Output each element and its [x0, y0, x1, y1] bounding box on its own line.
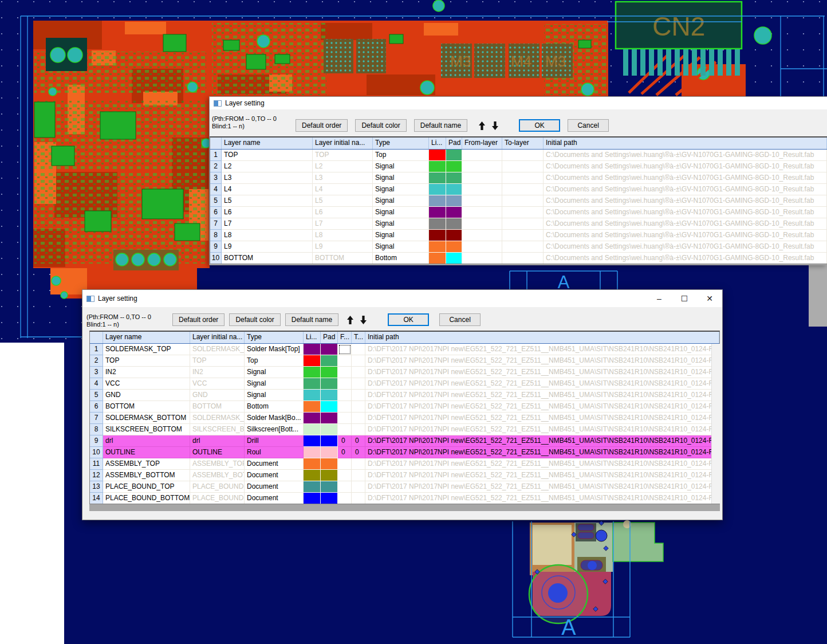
column-header-rownum[interactable]	[90, 332, 103, 343]
column-header-initial-path[interactable]: Initial path	[365, 332, 719, 343]
default-name-button[interactable]: Default name	[414, 119, 467, 132]
column-header-li-[interactable]: Li...	[304, 332, 321, 343]
to-cell[interactable]	[352, 344, 365, 355]
to-layer-cell[interactable]	[502, 207, 544, 218]
from-cell[interactable]	[338, 367, 352, 378]
from-cell[interactable]	[338, 481, 352, 493]
layer-name-cell[interactable]: BOTTOM	[222, 253, 313, 264]
default-color-button[interactable]: Default color	[355, 119, 406, 132]
from-layer-cell[interactable]	[462, 218, 502, 230]
table-row-L9[interactable]: 9L9L9SignalC:\Documents and Settings\wei…	[210, 241, 827, 253]
row-number[interactable]: 8	[210, 230, 222, 241]
row-number[interactable]: 11	[90, 458, 103, 470]
pad-color-swatch[interactable]	[446, 230, 462, 241]
initial-path-cell[interactable]: C:\Documents and Settings\wei.huang\®à-±…	[544, 207, 827, 218]
layer-initial-cell[interactable]: L5	[313, 195, 373, 207]
initial-path-cell[interactable]: D:\DFT\2017 NPI\2017NPI new\EG521_522_72…	[365, 378, 719, 390]
to-layer-cell[interactable]	[502, 161, 544, 172]
initial-path-cell[interactable]: D:\DFT\2017 NPI\2017NPI new\EG521_522_72…	[365, 344, 719, 355]
table-row-ASSEMBLY_BOTTOM[interactable]: 12ASSEMBLY_BOTTOMASSEMBLY_BOT...Document…	[90, 470, 719, 481]
pad-color-swatch[interactable]	[446, 253, 462, 264]
pad-color-swatch[interactable]	[321, 447, 338, 458]
from-cell[interactable]	[338, 355, 352, 367]
move-down-icon[interactable]	[360, 316, 367, 324]
table-row-BOTTOM[interactable]: 10BOTTOMBOTTOMBottomC:\Documents and Set…	[210, 253, 827, 264]
horizontal-scrollbar[interactable]	[210, 264, 827, 265]
type-cell[interactable]: Signal	[245, 390, 304, 401]
from-cell[interactable]	[338, 458, 352, 470]
column-header-type[interactable]: Type	[245, 332, 304, 343]
dialog-titlebar[interactable]: Layer setting	[210, 97, 827, 109]
table-row-TOP[interactable]: 1TOPTOPTopC:\Documents and Settings\wei.…	[210, 150, 827, 161]
line-color-swatch[interactable]	[429, 195, 446, 207]
pad-color-swatch[interactable]	[321, 458, 338, 470]
pad-color-swatch[interactable]	[321, 470, 338, 481]
pad-color-swatch[interactable]	[446, 207, 462, 218]
line-color-swatch[interactable]	[429, 161, 446, 172]
type-cell[interactable]: Signal	[373, 230, 429, 241]
layer-initial-cell[interactable]: SOLDERMASK_...	[190, 413, 245, 424]
from-cell[interactable]	[338, 413, 352, 424]
initial-path-cell[interactable]: C:\Documents and Settings\wei.huang\®à-±…	[544, 195, 827, 207]
initial-path-cell[interactable]: D:\DFT\2017 NPI\2017NPI new\EG521_522_72…	[365, 390, 719, 401]
layer-initial-cell[interactable]: OUTLINE	[190, 447, 245, 458]
initial-path-cell[interactable]: D:\DFT\2017 NPI\2017NPI new\EG521_522_72…	[365, 355, 719, 367]
column-header-t-[interactable]: T...	[352, 332, 365, 343]
ok-button[interactable]: OK	[388, 313, 429, 326]
to-cell[interactable]	[352, 390, 365, 401]
column-header-rownum[interactable]	[210, 138, 222, 149]
pad-color-swatch[interactable]	[446, 150, 462, 161]
column-header-f-[interactable]: F...	[338, 332, 352, 343]
to-cell[interactable]	[352, 424, 365, 435]
column-header-pad[interactable]: Pad	[321, 332, 338, 343]
layer-initial-cell[interactable]: PLACE_BOUND...	[190, 481, 245, 493]
layer-name-cell[interactable]: VCC	[103, 378, 190, 390]
layer-initial-cell[interactable]: TOP	[190, 355, 245, 367]
initial-path-cell[interactable]: C:\Documents and Settings\wei.huang\®à-±…	[544, 241, 827, 253]
layer-initial-cell[interactable]: drl	[190, 435, 245, 447]
type-cell[interactable]: Signal	[373, 218, 429, 230]
pad-color-swatch[interactable]	[321, 401, 338, 413]
row-number[interactable]: 9	[90, 435, 103, 447]
column-header-to-layer[interactable]: To-layer	[502, 138, 544, 149]
line-color-swatch[interactable]	[304, 424, 321, 435]
column-header-from-layer[interactable]: From-layer	[462, 138, 502, 149]
layer-name-cell[interactable]: SILKSCREEN_BOTTOM	[103, 424, 190, 435]
table-row-BOTTOM[interactable]: 6BOTTOMBOTTOMBottomD:\DFT\2017 NPI\2017N…	[90, 401, 719, 413]
type-cell[interactable]: Document	[245, 458, 304, 470]
layer-initial-cell[interactable]: GND	[190, 390, 245, 401]
column-header-initial-path[interactable]: Initial path	[544, 138, 827, 149]
layer-name-cell[interactable]: L8	[222, 230, 313, 241]
vertical-scrollbar[interactable]	[711, 344, 720, 504]
row-number[interactable]: 10	[90, 447, 103, 458]
row-number[interactable]: 1	[210, 150, 222, 161]
row-number[interactable]: 7	[210, 218, 222, 230]
line-color-swatch[interactable]	[429, 230, 446, 241]
to-layer-cell[interactable]	[502, 241, 544, 253]
from-layer-cell[interactable]	[462, 161, 502, 172]
column-header-type[interactable]: Type	[373, 138, 429, 149]
pad-color-swatch[interactable]	[321, 424, 338, 435]
line-color-swatch[interactable]	[304, 390, 321, 401]
layer-name-cell[interactable]: TOP	[222, 150, 313, 161]
from-cell[interactable]	[338, 493, 352, 504]
column-header-layer-initial-na-[interactable]: Layer initial na...	[190, 332, 245, 343]
to-cell[interactable]: 0	[352, 447, 365, 458]
row-number[interactable]: 6	[210, 207, 222, 218]
from-layer-cell[interactable]	[462, 241, 502, 253]
default-color-button[interactable]: Default color	[229, 313, 280, 326]
pad-color-swatch[interactable]	[446, 172, 462, 184]
row-number[interactable]: 3	[210, 172, 222, 184]
from-cell[interactable]: 0	[338, 447, 352, 458]
initial-path-cell[interactable]: D:\DFT\2017 NPI\2017NPI new\EG521_522_72…	[365, 447, 719, 458]
layer-initial-cell[interactable]: IN2	[190, 367, 245, 378]
type-cell[interactable]: Signal	[245, 378, 304, 390]
type-cell[interactable]: Solder Mask[Top]	[245, 344, 304, 355]
row-number[interactable]: 14	[90, 493, 103, 504]
from-layer-cell[interactable]	[462, 253, 502, 264]
table-row-SOLDERMASK_BOTTOM[interactable]: 7SOLDERMASK_BOTTOMSOLDERMASK_...Solder M…	[90, 413, 719, 424]
layer-name-cell[interactable]: L5	[222, 195, 313, 207]
table-row-L3[interactable]: 3L3L3SignalC:\Documents and Settings\wei…	[210, 172, 827, 184]
layer-name-cell[interactable]: drl	[103, 435, 190, 447]
row-number[interactable]: 12	[90, 470, 103, 481]
